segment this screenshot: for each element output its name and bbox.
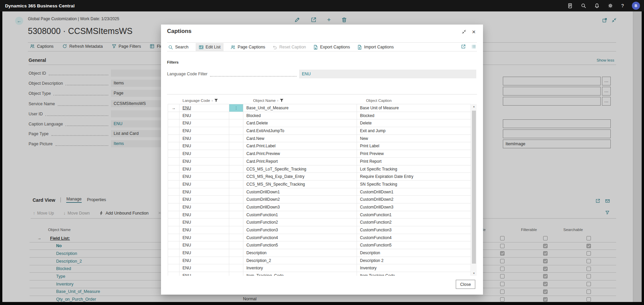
object-name-cell[interactable]: Base_Unit_of_Measure <box>243 104 357 112</box>
notifications-bell-icon[interactable] <box>594 3 600 8</box>
row-menu-cell[interactable]: ⋮ <box>229 104 243 112</box>
row-menu-cell[interactable]: ⋮ <box>229 173 243 180</box>
table-row[interactable]: → ENU ⋮ Card.New New <box>168 135 471 143</box>
language-code-filter-input[interactable]: ENU <box>299 70 476 78</box>
object-name-cell[interactable]: CustomFunction1 <box>243 211 357 219</box>
object-name-cell[interactable]: Description_2 <box>243 257 357 264</box>
row-menu-cell[interactable]: ⋮ <box>229 112 243 119</box>
object-name-cell[interactable]: CustomFunction5 <box>243 241 357 249</box>
table-row[interactable]: → ENU ⋮ CustomFunction3 CustomFunction3 <box>168 226 471 234</box>
object-name-cell[interactable]: CCS_MS_SN_Specific_Tracking <box>243 181 357 188</box>
object-caption-cell[interactable]: Exit and Jump <box>357 127 471 135</box>
object-name-cell[interactable]: Card.Print.Report <box>243 158 357 165</box>
language-code-cell[interactable]: ENU <box>179 226 229 234</box>
table-row[interactable]: → ENU ⋮ CCS_MS_SN_Specific_Tracking SN S… <box>168 181 471 188</box>
object-caption-cell[interactable]: CustomDrillDown2 <box>357 196 471 203</box>
page-captions-button[interactable]: Page Captions <box>231 43 265 51</box>
object-caption-cell[interactable]: CustomFunction4 <box>357 234 471 241</box>
table-row[interactable]: → ENU ⋮ Card.Print.Label Print Label <box>168 142 471 150</box>
choose-view-list-icon[interactable] <box>471 44 476 49</box>
language-code-cell[interactable]: ENU <box>179 219 229 226</box>
object-name-cell[interactable]: Card.ExitAndJumpTo <box>243 127 357 135</box>
help-icon[interactable]: ? <box>621 3 624 8</box>
row-menu-cell[interactable]: ⋮ <box>229 181 243 188</box>
language-code-cell[interactable]: ENU <box>179 150 229 157</box>
table-row[interactable]: → ENU ⋮ Description Description <box>168 249 471 257</box>
object-caption-cell[interactable]: CustomDrillDown1 <box>357 188 471 196</box>
object-name-cell[interactable]: Description <box>243 249 357 257</box>
object-caption-cell[interactable]: Print Preview <box>357 150 471 157</box>
row-menu-cell[interactable]: ⋮ <box>229 188 243 196</box>
row-menu-cell[interactable]: ⋮ <box>229 249 243 257</box>
object-caption-cell[interactable]: Item Tracking Code <box>357 272 471 276</box>
scroll-down-icon[interactable]: ▼ <box>471 272 477 274</box>
language-code-cell[interactable]: ENU <box>179 127 229 135</box>
language-code-cell[interactable]: ENU <box>179 135 229 142</box>
language-code-cell[interactable]: ENU <box>179 104 229 112</box>
row-menu-cell[interactable]: ⋮ <box>229 158 243 165</box>
row-menu-cell[interactable]: ⋮ <box>229 135 243 142</box>
object-name-cell[interactable]: CustomDrillDown3 <box>243 203 357 211</box>
language-code-cell[interactable]: ENU <box>179 173 229 180</box>
language-code-cell[interactable]: ENU <box>179 181 229 188</box>
object-name-cell[interactable]: Card.Print.Label <box>243 142 357 150</box>
share-icon[interactable] <box>461 44 466 49</box>
language-code-cell[interactable]: ENU <box>179 264 229 272</box>
object-name-cell[interactable]: Inventory <box>243 264 357 272</box>
table-row[interactable]: → ENU ⋮ CustomFunction2 CustomFunction2 <box>168 219 471 226</box>
object-name-cell[interactable]: Blocked <box>243 112 357 119</box>
table-row[interactable]: → ENU ⋮ Base_Unit_of_Measure Base Unit o… <box>168 104 471 112</box>
language-code-cell[interactable]: ENU <box>179 165 229 173</box>
table-row[interactable]: → ENU ⋮ Inventory Inventory <box>168 264 471 272</box>
language-code-cell[interactable]: ENU <box>179 241 229 249</box>
row-menu-cell[interactable]: ⋮ <box>229 203 243 211</box>
object-name-cell[interactable]: Card.New <box>243 135 357 142</box>
object-caption-cell[interactable]: CustomFunction1 <box>357 211 471 219</box>
table-row[interactable]: → ENU ⋮ Card.ExitAndJumpTo Exit and Jump <box>168 127 471 135</box>
language-code-cell[interactable]: ENU <box>179 203 229 211</box>
table-row[interactable]: → ENU ⋮ CustomFunction1 CustomFunction1 <box>168 211 471 219</box>
row-menu-cell[interactable]: ⋮ <box>229 264 243 272</box>
close-icon[interactable]: × <box>472 29 476 35</box>
row-menu-cell[interactable]: ⋮ <box>229 226 243 234</box>
table-row[interactable]: → ENU ⋮ Blocked Blocked <box>168 112 471 120</box>
language-code-cell[interactable]: ENU <box>179 211 229 219</box>
table-row[interactable]: → ENU ⋮ Item_Tracking_Code Item Tracking… <box>168 272 471 276</box>
table-row[interactable]: → ENU ⋮ CustomDrillDown2 CustomDrillDown… <box>168 196 471 203</box>
report-icon[interactable] <box>567 3 573 8</box>
language-code-cell[interactable]: ENU <box>179 257 229 264</box>
table-scrollbar[interactable]: ▲ ▼ <box>471 104 477 276</box>
row-menu-cell[interactable]: ⋮ <box>229 196 243 203</box>
row-menu-cell[interactable]: ⋮ <box>229 119 243 127</box>
language-code-cell[interactable]: ENU <box>179 158 229 165</box>
restore-size-icon[interactable] <box>461 29 467 34</box>
table-row[interactable]: → ENU ⋮ CCS_MS_Req_Exp_Date_Entry Requir… <box>168 173 471 181</box>
table-row[interactable]: → ENU ⋮ CustomFunction5 CustomFunction5 <box>168 241 471 249</box>
column-header-object-caption[interactable]: Object Caption <box>366 99 392 103</box>
table-row[interactable]: → ENU ⋮ Card.Print.Report Print Report <box>168 158 471 165</box>
object-name-cell[interactable]: CustomFunction3 <box>243 226 357 234</box>
object-caption-cell[interactable]: SN Specific Tracking <box>357 181 471 188</box>
column-header-language-code[interactable]: Language Code ↑ <box>183 99 244 103</box>
row-menu-cell[interactable]: ⋮ <box>229 165 243 173</box>
table-row[interactable]: → ENU ⋮ CCS_MS_LoT_Specific_Tracking Lot… <box>168 165 471 173</box>
settings-gear-icon[interactable] <box>608 3 613 8</box>
edit-list-button[interactable]: Edit List <box>196 43 224 51</box>
object-name-cell[interactable]: CCS_MS_Req_Exp_Date_Entry <box>243 173 357 180</box>
import-captions-button[interactable]: Import Captions <box>357 43 394 51</box>
avatar[interactable]: B <box>632 2 640 10</box>
row-menu-cell[interactable]: ⋮ <box>229 142 243 150</box>
table-row[interactable]: → ENU ⋮ Description_2 Description 2 <box>168 257 471 265</box>
object-caption-cell[interactable]: Print Report <box>357 158 471 165</box>
close-button[interactable]: Close <box>456 280 475 289</box>
table-row[interactable]: → ENU ⋮ Card.Delete Delete <box>168 119 471 127</box>
object-name-cell[interactable]: CustomFunction4 <box>243 234 357 241</box>
row-menu-cell[interactable]: ⋮ <box>229 219 243 226</box>
object-caption-cell[interactable]: Delete <box>357 119 471 127</box>
row-menu-cell[interactable]: ⋮ <box>229 127 243 135</box>
table-row[interactable]: → ENU ⋮ CustomDrillDown3 CustomDrillDown… <box>168 203 471 211</box>
object-caption-cell[interactable]: Require Expiration Date Entry <box>357 173 471 180</box>
language-code-cell[interactable]: ENU <box>179 196 229 203</box>
language-code-cell[interactable]: ENU <box>179 142 229 150</box>
row-menu-cell[interactable]: ⋮ <box>229 241 243 249</box>
